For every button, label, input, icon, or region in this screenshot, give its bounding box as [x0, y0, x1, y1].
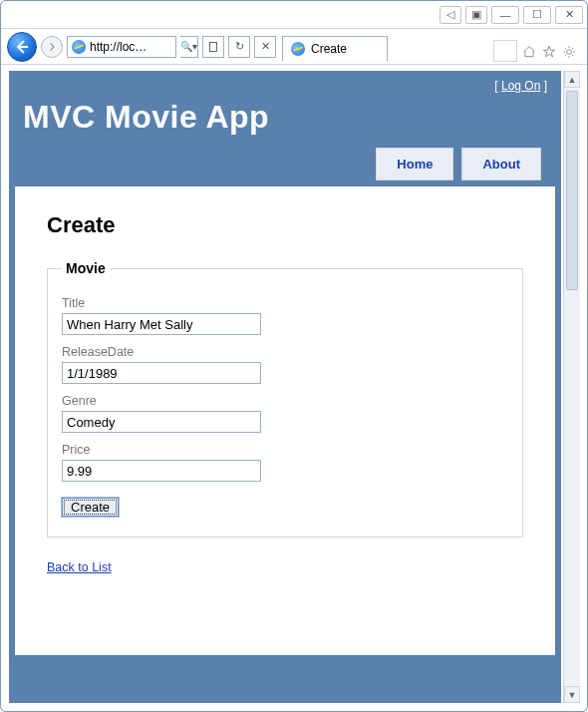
- star-icon: [542, 45, 556, 59]
- tab-title: Create: [311, 42, 347, 56]
- home-icon-button[interactable]: [519, 42, 539, 62]
- create-button[interactable]: Create: [62, 498, 119, 517]
- genre-input[interactable]: [62, 411, 261, 433]
- svg-point-1: [567, 50, 572, 55]
- price-input[interactable]: [62, 460, 261, 482]
- field-title: Title: [62, 296, 508, 335]
- title-label: Title: [62, 296, 508, 310]
- logon-area: [ Log On ]: [23, 73, 547, 93]
- address-bar[interactable]: http://loc…: [67, 36, 176, 58]
- arrow-right-icon: [47, 42, 57, 52]
- site-title: MVC Movie App: [23, 99, 547, 136]
- scroll-up-button[interactable]: ▲: [564, 71, 580, 88]
- bracket-close: ]: [540, 79, 547, 93]
- favorites-box[interactable]: [493, 40, 517, 62]
- favorites-icon-button[interactable]: [539, 42, 559, 62]
- gear-icon: [562, 45, 576, 59]
- movie-fieldset: Movie Title ReleaseDate Genre Price: [47, 260, 523, 537]
- ie-icon: [72, 40, 86, 54]
- nav-about[interactable]: About: [461, 148, 541, 180]
- bracket-open: [: [494, 79, 501, 93]
- caret-left-button[interactable]: ◁: [440, 6, 461, 24]
- field-price: Price: [62, 443, 508, 482]
- field-genre: Genre: [62, 394, 508, 433]
- back-link-row: Back to List: [47, 559, 523, 574]
- releasedate-input[interactable]: [62, 362, 261, 384]
- logon-link[interactable]: Log On: [501, 79, 540, 93]
- forward-button[interactable]: [41, 36, 63, 58]
- browser-window: ◁ ▣ — ☐ ✕ http://loc… 🔍▾ ↻ ✕ Create: [0, 0, 588, 712]
- search-dropdown-button[interactable]: 🔍▾: [180, 36, 198, 58]
- page-viewport: [ Log On ] MVC Movie App Home About Crea…: [9, 71, 561, 703]
- main-content: Create Movie Title ReleaseDate Genre Pri…: [15, 186, 555, 655]
- site-header: [ Log On ] MVC Movie App Home About: [9, 71, 561, 180]
- field-releasedate: ReleaseDate: [62, 345, 508, 384]
- submit-row: Create: [62, 498, 508, 517]
- fieldset-legend: Movie: [62, 260, 110, 276]
- genre-label: Genre: [62, 394, 508, 408]
- caret-right-button[interactable]: ▣: [465, 6, 487, 24]
- title-input[interactable]: [62, 313, 261, 335]
- back-button[interactable]: [7, 32, 37, 62]
- address-text: http://loc…: [90, 40, 147, 54]
- close-button[interactable]: ✕: [555, 6, 583, 24]
- browser-tab-create[interactable]: Create: [282, 36, 388, 62]
- tools-icon-button[interactable]: [559, 42, 579, 62]
- scroll-down-button[interactable]: ▼: [564, 686, 580, 703]
- nav-tabs: Home About: [23, 148, 547, 180]
- price-label: Price: [62, 443, 508, 457]
- vertical-scrollbar[interactable]: ▲ ▼: [563, 71, 580, 703]
- ie-icon: [291, 42, 305, 56]
- releasedate-label: ReleaseDate: [62, 345, 508, 359]
- maximize-button[interactable]: ☐: [523, 6, 551, 24]
- minimize-button[interactable]: —: [491, 6, 519, 24]
- back-to-list-link[interactable]: Back to List: [47, 560, 112, 574]
- nav-home[interactable]: Home: [376, 148, 453, 180]
- window-titlebar: ◁ ▣ — ☐ ✕: [1, 1, 587, 29]
- home-icon: [522, 45, 536, 59]
- arrow-left-icon: [14, 39, 30, 55]
- tab-strip: Create: [200, 34, 579, 62]
- scroll-thumb[interactable]: [566, 91, 578, 290]
- page-heading: Create: [47, 212, 523, 238]
